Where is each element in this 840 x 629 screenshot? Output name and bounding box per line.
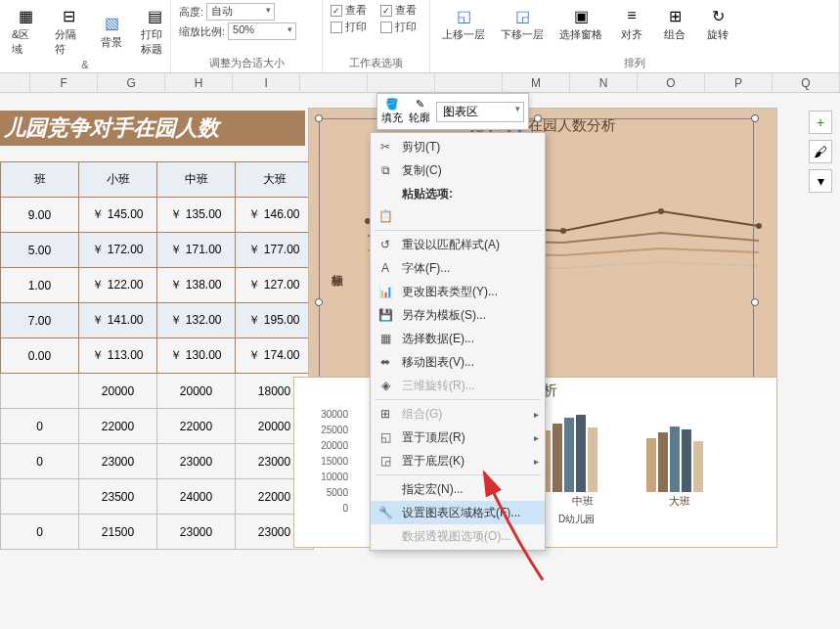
format-icon: 🔧 [376,504,394,521]
col-header[interactable]: I [233,73,300,92]
fill-button[interactable]: 🪣填充 [381,98,403,125]
reset-icon: ↺ [376,236,394,253]
resize-handle[interactable] [315,114,323,122]
data-table: 班小班中班大班 9.00￥ 145.00￥ 135.00￥ 146.00 5.0… [0,161,314,550]
pen-icon: ✎ [416,98,424,111]
selection-pane-button[interactable]: ▣选择窗格 [553,2,608,44]
y-ticks: 300002500020000150001000050000 [299,407,348,517]
col-header[interactable]: P [705,73,773,92]
ctx-reset-style[interactable]: ↺重设以匹配样式(A) [371,233,545,256]
ctx-change-chart-type[interactable]: 📊更改图表类型(Y)... [371,280,545,303]
ctx-paste-header: 粘贴选项: [371,182,545,204]
ctx-cut[interactable]: ✂剪切(T) [371,135,545,158]
resize-handle[interactable] [751,114,759,122]
group-icon: ⊞ [376,405,394,423]
ctx-font[interactable]: A字体(F)... [371,256,545,280]
clipboard-icon: 📋 [376,207,394,225]
ctx-save-template[interactable]: 💾另存为模板(S)... [371,303,545,327]
rotate3d-icon: ◈ [376,377,394,394]
group-label: 工作表选项 [329,56,423,70]
breaks-button[interactable]: ⊟分隔符 [49,2,88,59]
ctx-move-chart[interactable]: ⬌移动图表(V)... [371,350,545,374]
height-spinner[interactable]: 自动 [206,3,275,21]
view-checkbox-a[interactable]: ✓ [331,5,342,17]
copy-icon: ⧉ [376,161,394,179]
back-icon: ◲ [376,452,394,470]
ctx-3d-rotation: ◈三维旋转(R)... [371,374,545,397]
front-icon: ◱ [376,428,394,446]
ctx-copy[interactable]: ⧉复制(C) [371,158,545,182]
print-titles-button[interactable]: ▤打印标题 [135,2,174,59]
chart-element-dropdown[interactable]: 图表区 [436,102,524,122]
group-label: 排列 [436,56,833,70]
print-checkbox-b[interactable] [380,22,392,33]
grid-icon: ▦ [376,330,394,347]
title-banner: 儿园竞争对手在园人数 [0,111,305,146]
col-header[interactable] [368,73,435,92]
ctx-paste-option[interactable]: 📋 [371,204,545,228]
area-button[interactable]: ▦&区域 [6,2,45,59]
ctx-group: ⊞组合(G) [371,402,545,426]
column-headers: FGHIMNOPQ [0,73,840,93]
outline-button[interactable]: ✎轮廓 [409,98,430,125]
chart-icon: 📊 [376,283,394,300]
col-header[interactable]: F [30,73,98,92]
scale-spinner[interactable]: 50% [228,22,296,40]
col-header[interactable] [0,73,30,92]
group-label: & [6,59,164,70]
chart-filter-button[interactable]: ▾ [809,169,832,193]
align-button[interactable]: ≡对齐 [612,2,651,44]
move-icon: ⬌ [376,353,394,371]
group-label: 调整为合适大小 [177,56,316,70]
resize-handle[interactable] [534,114,542,122]
svg-point-4 [756,223,762,229]
col-header[interactable]: Q [773,73,840,92]
mini-toolbar: 🪣填充 ✎轮廓 图表区 [376,93,529,130]
col-header[interactable]: H [165,73,233,92]
bring-forward-button[interactable]: ◱上移一层 [436,2,491,44]
send-backward-button[interactable]: ◲下移一层 [495,2,550,44]
scale-label: 缩放比例: [179,24,225,39]
save-icon: 💾 [376,306,394,324]
font-icon: A [376,259,394,277]
rotate-button[interactable]: ↻旋转 [698,2,737,44]
col-header[interactable] [435,73,503,92]
chart-add-element-button[interactable]: + [809,111,832,134]
background-button[interactable]: ▧背景 [92,10,131,52]
col-header[interactable]: O [638,73,705,92]
col-header[interactable]: N [570,73,638,92]
chart-styles-button[interactable]: 🖌 [809,140,832,163]
print-checkbox-a[interactable] [331,22,342,33]
bucket-icon: 🪣 [385,98,399,111]
scissors-icon: ✂ [376,138,394,156]
ctx-bring-front[interactable]: ◱置于顶层(R) [371,426,545,449]
resize-handle[interactable] [315,298,323,306]
height-label: 高度: [179,5,203,20]
ctx-select-data[interactable]: ▦选择数据(E)... [371,327,545,350]
col-header[interactable] [300,73,368,92]
col-header[interactable]: M [503,73,570,92]
annotation-arrow [474,468,553,585]
group-button[interactable]: ⊞组合 [655,2,694,44]
col-header[interactable]: G [98,73,165,92]
resize-handle[interactable] [751,298,759,306]
view-checkbox-b[interactable]: ✓ [380,5,392,17]
